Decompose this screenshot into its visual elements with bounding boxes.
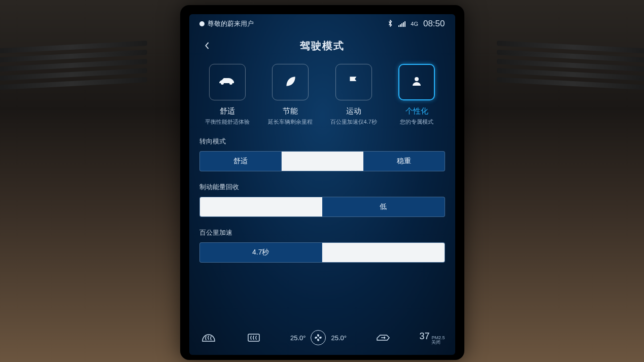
accel-option-1[interactable] — [322, 243, 445, 262]
steering-label: 转向模式 — [199, 137, 445, 146]
svg-rect-1 — [248, 334, 259, 341]
accel-segmented: 4.7秒 — [199, 242, 445, 263]
steering-option-2[interactable]: 稳重 — [363, 152, 445, 171]
aq-status-label: 关闭 — [431, 340, 445, 345]
mode-desc: 百公里加速仅4.7秒 — [330, 118, 377, 126]
accel-section: 百公里加速 4.7秒 — [199, 228, 445, 263]
clock: 08:50 — [423, 19, 445, 29]
steering-option-0[interactable]: 舒适 — [200, 152, 282, 171]
drive-mode-eco[interactable]: 节能延长车辆剩余里程 — [262, 64, 319, 126]
regen-option-0[interactable] — [200, 197, 323, 216]
air-quality-button[interactable]: 37 PM2.5 关闭 — [419, 331, 445, 345]
regen-segmented: 低 — [199, 197, 445, 217]
temp-right[interactable]: 25.0° — [331, 334, 347, 342]
svg-point-0 — [415, 77, 419, 81]
network-label: 4G — [411, 21, 418, 27]
bluetooth-icon — [387, 20, 393, 28]
drive-mode-selector: 舒适平衡性能舒适体验节能延长车辆剩余里程运动百公里加速仅4.7秒个性化您的专属模… — [199, 64, 445, 126]
steering-section: 转向模式 舒适稳重 — [199, 137, 445, 171]
page-title: 驾驶模式 — [300, 39, 345, 53]
signal-icon — [398, 21, 405, 27]
flag-icon — [347, 75, 360, 90]
mode-label: 运动 — [346, 106, 361, 116]
steering-option-1[interactable] — [282, 152, 363, 171]
steering-segmented: 舒适稳重 — [199, 151, 445, 171]
mode-label: 舒适 — [220, 106, 235, 116]
person-icon — [411, 75, 423, 89]
drive-mode-comfort[interactable]: 舒适平衡性能舒适体验 — [199, 64, 256, 126]
mode-desc: 平衡性能舒适体验 — [205, 118, 250, 126]
regen-option-1[interactable]: 低 — [322, 197, 445, 216]
accel-label: 百公里加速 — [199, 228, 445, 237]
mode-desc: 延长车辆剩余里程 — [268, 118, 313, 126]
regen-label: 制动能量回收 — [199, 183, 445, 192]
front-defrost-button[interactable] — [199, 331, 218, 345]
rear-defrost-button[interactable] — [245, 331, 263, 345]
mode-label: 节能 — [283, 106, 298, 116]
car-side-icon — [218, 76, 237, 89]
aq-value: 37 — [419, 331, 429, 342]
drive-mode-custom[interactable]: 个性化您的专属模式 — [389, 64, 445, 126]
fan-button[interactable] — [311, 330, 326, 345]
back-button[interactable] — [199, 38, 215, 53]
mode-desc: 您的专属模式 — [400, 118, 433, 126]
regen-section: 制动能量回收 低 — [199, 183, 445, 217]
accel-option-0[interactable]: 4.7秒 — [200, 243, 323, 262]
temp-left[interactable]: 25.0° — [290, 334, 306, 342]
user-dot-icon — [199, 21, 205, 26]
status-bar: 尊敬的蔚来用户 4G 08:50 — [199, 18, 445, 29]
leaf-icon — [284, 75, 297, 90]
user-greeting: 尊敬的蔚来用户 — [208, 19, 254, 28]
air-circulation-button[interactable] — [374, 331, 392, 345]
bottom-bar: 25.0° 25.0° 37 PM2.5 关闭 — [199, 325, 445, 350]
mode-label: 个性化 — [405, 106, 428, 116]
drive-mode-sport[interactable]: 运动百公里加速仅4.7秒 — [326, 64, 382, 126]
header: 驾驶模式 — [199, 33, 445, 58]
